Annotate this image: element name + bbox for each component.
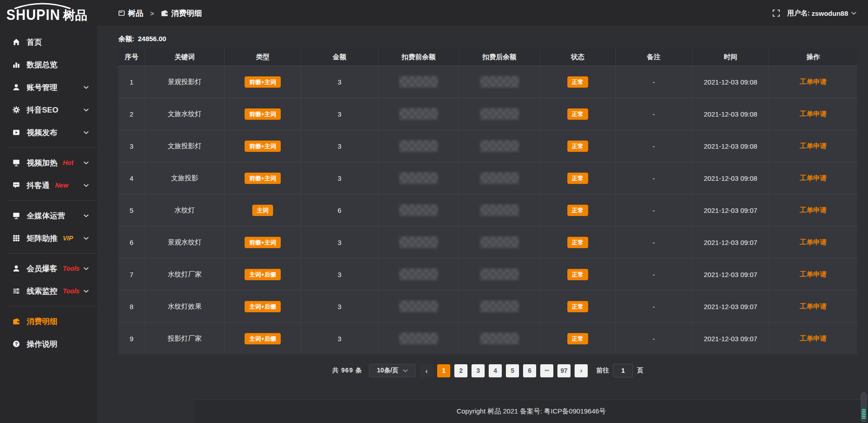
page-number-button[interactable]: 5 [506, 364, 519, 377]
sidebar-item[interactable]: 账号管理 [0, 76, 97, 99]
ticket-apply-link[interactable]: 工单申请 [800, 270, 827, 279]
masked-balance-after [480, 108, 519, 120]
balance: 余额:24856.00 [118, 35, 857, 43]
cell-remark: - [616, 66, 693, 98]
table-cell: 主词+后缀 [225, 323, 301, 354]
chevron-down-icon [851, 12, 856, 15]
cell-remark: - [616, 98, 693, 130]
table-cell: 正常 [540, 258, 616, 290]
page-number-button[interactable]: 97 [557, 364, 571, 377]
type-badge: 前缀+主词 [245, 76, 281, 88]
cell-remark: - [616, 323, 693, 354]
table-cell: 工单申请 [769, 98, 857, 130]
type-badge: 前缀+主词 [245, 237, 281, 248]
type-badge: 主词+后缀 [245, 269, 281, 280]
column-header: 状态 [540, 48, 616, 66]
table-cell [378, 323, 459, 354]
table-cell: 主词+后缀 [225, 258, 301, 290]
page-number-button[interactable]: 6 [523, 364, 536, 377]
brand-text: SHUPIN [6, 7, 60, 24]
sidebar-item-label: 数据总览 [27, 60, 57, 70]
table-cell: 正常 [540, 194, 616, 226]
chevron-down-icon [82, 129, 90, 136]
cell-amount: 3 [301, 226, 379, 258]
brand-cn-text: 树品 [63, 7, 87, 24]
masked-balance-after [480, 172, 519, 184]
page-number-button[interactable]: 2 [454, 364, 467, 377]
breadcrumb-separator: > [150, 9, 154, 17]
cell-remark: - [616, 162, 693, 194]
cell-keyword: 投影灯厂家 [145, 323, 225, 354]
table-cell: 工单申请 [769, 291, 857, 322]
type-badge: 前缀+主词 [245, 108, 281, 120]
sidebar-divider [8, 200, 97, 201]
ticket-apply-link[interactable]: 工单申请 [800, 302, 827, 311]
table-cell: 正常 [540, 98, 616, 130]
chevron-down-icon [82, 84, 90, 91]
sidebar-item[interactable]: 首页 [0, 31, 97, 53]
sidebar-item[interactable]: 消费明细 [0, 310, 97, 333]
table-cell [459, 162, 540, 194]
user-menu[interactable]: 用户名: zswodun88 [787, 9, 856, 18]
sidebar-item[interactable]: 数据总览 [0, 53, 97, 76]
cell-amount: 3 [301, 323, 379, 354]
goto-suffix: 页 [637, 367, 643, 375]
ticket-apply-link[interactable]: 工单申请 [800, 110, 827, 118]
fullscreen-icon[interactable] [773, 9, 780, 17]
sidebar-item[interactable]: 线索监控Tools [0, 280, 97, 302]
scrollbar-thumb[interactable] [862, 409, 866, 419]
ticket-apply-link[interactable]: 工单申请 [800, 174, 827, 183]
cell-time: 2021-12-03 09:08 [693, 98, 769, 130]
ticket-apply-link[interactable]: 工单申请 [800, 78, 827, 86]
cell-amount: 3 [301, 66, 379, 98]
table-cell: 主词 [225, 194, 301, 226]
status-badge: 正常 [567, 301, 588, 312]
sidebar-divider [8, 147, 97, 148]
table-cell: 工单申请 [769, 323, 857, 354]
sidebar-item[interactable]: ?操作说明 [0, 333, 97, 355]
page-number-button[interactable]: 4 [489, 364, 502, 377]
table-row: 7水纹灯厂家主词+后缀3正常-2021-12-03 09:07工单申请 [118, 258, 857, 290]
sidebar-item[interactable]: 视频发布 [0, 121, 97, 144]
table-cell [459, 130, 540, 162]
ticket-apply-link[interactable]: 工单申请 [800, 334, 827, 343]
cell-time: 2021-12-03 09:08 [693, 162, 769, 194]
status-badge: 正常 [567, 333, 588, 344]
sidebar-item[interactable]: 会员爆客Tools [0, 257, 97, 280]
cell-remark: - [616, 130, 693, 162]
next-page-button[interactable]: › [575, 364, 588, 377]
page-size-select[interactable]: 10条/页 [369, 364, 416, 377]
page-number-button[interactable]: 3 [472, 364, 485, 377]
sidebar-item[interactable]: 矩阵助推VIP [0, 227, 97, 249]
scrollbar-track[interactable] [861, 392, 867, 422]
table-cell: 前缀+主词 [225, 226, 301, 258]
page-buttons: 123456•••97 [437, 364, 571, 377]
ticket-apply-link[interactable]: 工单申请 [800, 238, 827, 247]
cell-amount: 6 [301, 194, 379, 226]
masked-balance-after [480, 140, 519, 152]
prev-page-button[interactable]: ‹ [420, 364, 433, 377]
sidebar-item-tag: Tools [63, 265, 80, 272]
cell-amount: 3 [301, 162, 379, 194]
breadcrumb-item-home[interactable]: 树品 [128, 8, 143, 19]
sidebar-item-label: 矩阵助推 [27, 233, 57, 244]
table-cell [378, 258, 459, 290]
ticket-apply-link[interactable]: 工单申请 [800, 206, 827, 215]
sidebar-item-tag: VIP [63, 235, 73, 242]
cell-keyword: 文旅水纹灯 [145, 98, 225, 130]
table-row: 6景观水纹灯前缀+主词3正常-2021-12-03 09:07工单申请 [118, 226, 857, 258]
sidebar-item-label: 抖客通 [27, 180, 50, 191]
monitor-icon [12, 212, 20, 220]
sidebar-item[interactable]: 抖客通New [0, 174, 97, 197]
page-number-button[interactable]: 1 [437, 364, 450, 377]
sidebar-item[interactable]: 视频加热Hot [0, 151, 97, 174]
sidebar-item-label: 操作说明 [27, 339, 57, 349]
sidebar-item[interactable]: 全媒体运营 [0, 204, 97, 227]
masked-balance-after [480, 301, 519, 312]
ticket-apply-link[interactable]: 工单申请 [800, 142, 827, 150]
cell-time: 2021-12-03 09:07 [693, 194, 769, 226]
sidebar-item[interactable]: 抖音SEO [0, 99, 97, 121]
more-pages-button[interactable]: ••• [540, 364, 553, 377]
sidebar-item-tag: New [55, 182, 68, 189]
goto-page-input[interactable] [613, 364, 633, 377]
